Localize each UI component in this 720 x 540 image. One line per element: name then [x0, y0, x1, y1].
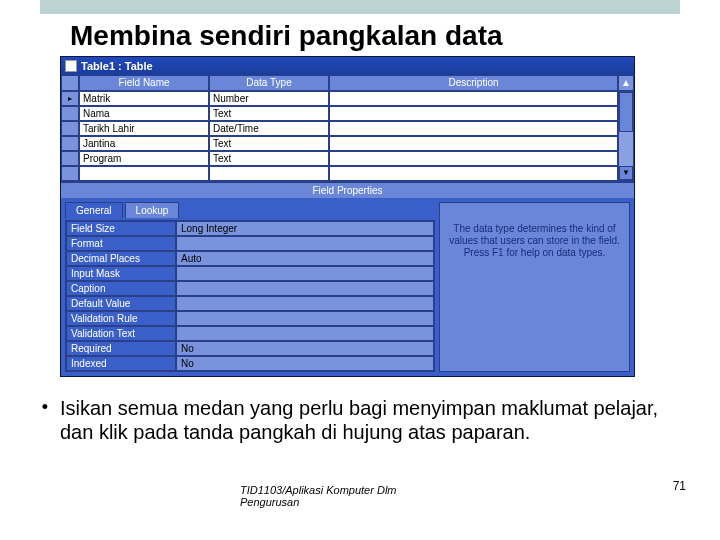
bullet-icon: •	[30, 397, 60, 444]
prop-value[interactable]	[176, 326, 434, 341]
prop-name: Decimal Places	[66, 251, 176, 266]
data-type-cell[interactable]	[209, 166, 329, 181]
prop-value[interactable]	[176, 236, 434, 251]
property-grid: Field SizeLong Integer Format Decimal Pl…	[65, 220, 435, 372]
table-row: ▸ Matrik Number	[61, 91, 618, 106]
prop-value[interactable]	[176, 296, 434, 311]
description-cell[interactable]	[329, 121, 618, 136]
row-selector[interactable]	[61, 106, 79, 121]
page-title: Membina sendiri pangkalan data	[0, 14, 720, 56]
window-title-text: Table1 : Table	[81, 60, 153, 72]
row-selector[interactable]	[61, 136, 79, 151]
prop-name: Default Value	[66, 296, 176, 311]
field-properties-header: Field Properties	[61, 181, 634, 198]
scroll-down-button[interactable]: ▼	[619, 166, 633, 180]
col-description: Description	[329, 75, 618, 91]
grid-header: Field Name Data Type Description ▲	[61, 75, 634, 91]
table-row: Nama Text	[61, 106, 618, 121]
prop-value[interactable]	[176, 266, 434, 281]
field-name-cell[interactable]: Nama	[79, 106, 209, 121]
description-cell[interactable]	[329, 166, 618, 181]
field-grid[interactable]: ▸ Matrik Number Nama Text Tarikh Lahir D…	[61, 91, 618, 181]
description-cell[interactable]	[329, 136, 618, 151]
bullet-item: • Isikan semua medan yang perlu bagi men…	[0, 377, 720, 444]
data-type-cell[interactable]: Text	[209, 151, 329, 166]
data-type-cell[interactable]: Date/Time	[209, 121, 329, 136]
prop-value[interactable]	[176, 281, 434, 296]
tab-general[interactable]: General	[65, 202, 123, 218]
data-type-cell[interactable]: Number	[209, 91, 329, 106]
data-type-cell[interactable]: Text	[209, 136, 329, 151]
prop-name: Input Mask	[66, 266, 176, 281]
prop-name: Format	[66, 236, 176, 251]
row-selector-header	[61, 75, 79, 91]
prop-value[interactable]: No	[176, 356, 434, 371]
scrollbar-thumb[interactable]	[619, 92, 633, 132]
description-cell[interactable]	[329, 151, 618, 166]
field-name-cell[interactable]: Matrik	[79, 91, 209, 106]
bullet-text: Isikan semua medan yang perlu bagi menyi…	[60, 397, 690, 444]
prop-name: Validation Rule	[66, 311, 176, 326]
row-selector[interactable]	[61, 166, 79, 181]
field-name-cell[interactable]: Jantina	[79, 136, 209, 151]
prop-value[interactable]	[176, 311, 434, 326]
row-selector[interactable]: ▸	[61, 91, 79, 106]
footer-text: TID1103/Aplikasi Komputer Dlm Pengurusan	[240, 484, 397, 508]
prop-name: Field Size	[66, 221, 176, 236]
prop-value[interactable]: Long Integer	[176, 221, 434, 236]
table-row	[61, 166, 618, 181]
scroll-up-button[interactable]: ▲	[618, 75, 634, 91]
prop-value[interactable]: Auto	[176, 251, 434, 266]
prop-name: Indexed	[66, 356, 176, 371]
table-row: Jantina Text	[61, 136, 618, 151]
col-data-type: Data Type	[209, 75, 329, 91]
db-design-window: Table1 : Table Field Name Data Type Desc…	[60, 56, 635, 377]
page-number: 71	[673, 479, 686, 493]
table-row: Program Text	[61, 151, 618, 166]
data-type-cell[interactable]: Text	[209, 106, 329, 121]
field-name-cell[interactable]	[79, 166, 209, 181]
window-titlebar: Table1 : Table	[61, 57, 634, 75]
row-selector[interactable]	[61, 121, 79, 136]
description-cell[interactable]	[329, 91, 618, 106]
field-name-cell[interactable]: Tarikh Lahir	[79, 121, 209, 136]
prop-name: Caption	[66, 281, 176, 296]
vertical-scrollbar[interactable]: ▼	[618, 91, 634, 181]
tab-lookup[interactable]: Lookup	[125, 202, 180, 218]
col-field-name: Field Name	[79, 75, 209, 91]
prop-name: Required	[66, 341, 176, 356]
table-row: Tarikh Lahir Date/Time	[61, 121, 618, 136]
property-tabs: General Lookup	[65, 202, 435, 218]
field-name-cell[interactable]: Program	[79, 151, 209, 166]
table-icon	[65, 60, 77, 72]
prop-value[interactable]: No	[176, 341, 434, 356]
description-cell[interactable]	[329, 106, 618, 121]
row-selector[interactable]	[61, 151, 79, 166]
prop-name: Validation Text	[66, 326, 176, 341]
help-panel: The data type determines the kind of val…	[439, 202, 630, 372]
